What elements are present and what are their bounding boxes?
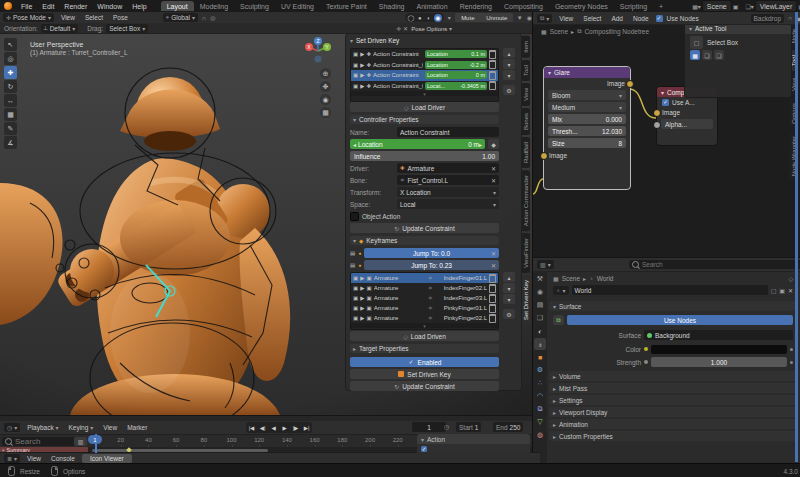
properties-tab-data[interactable]: ▽ xyxy=(534,416,546,428)
jump-to-start-button[interactable]: |◀ xyxy=(246,423,257,433)
rendered-shading-icon[interactable]: ◉ xyxy=(434,14,442,22)
location-value-chip[interactable]: Location0 m xyxy=(425,71,487,79)
transform-tool[interactable]: ▦ xyxy=(4,108,17,121)
close-icon[interactable]: ✕ xyxy=(491,250,496,257)
viewlayer-selector[interactable]: ViewLayer xyxy=(755,0,798,12)
clear-icon[interactable]: ✕ xyxy=(491,165,496,172)
menu-view[interactable]: View xyxy=(58,14,78,21)
delete-icon[interactable] xyxy=(489,314,496,323)
load-driven-button[interactable]: ◇Load Driven xyxy=(350,331,499,341)
surface-shader-field[interactable]: Background xyxy=(644,330,793,340)
set-driven-key-button[interactable]: Set Driven Key xyxy=(350,369,499,379)
use-nodes-checkbox[interactable] xyxy=(656,15,663,22)
current-frame-badge[interactable]: 1 xyxy=(88,435,102,444)
filter-icon[interactable]: ▥ xyxy=(74,437,87,446)
use-alpha-checkbox[interactable] xyxy=(662,99,669,106)
orientation-value-dropdown[interactable]: ⟂Default▾ xyxy=(41,24,79,33)
constraint-row[interactable]: ▣▶✚Action Constraint_flip...Locat...-0.3… xyxy=(351,81,498,92)
viewlayer-dropdown-icon[interactable]: ❏▾ xyxy=(745,3,753,10)
properties-tab-material[interactable]: ◍ xyxy=(534,429,546,441)
animate-dot-icon[interactable] xyxy=(790,348,793,351)
menu-select[interactable]: Select xyxy=(580,15,604,22)
menu-help[interactable]: Help xyxy=(127,2,151,11)
surface-section-header[interactable]: ▾Surface xyxy=(549,301,797,311)
workspace-tab-uv-editing[interactable]: UV Editing xyxy=(275,1,320,11)
fake-user-icon[interactable]: ▢ xyxy=(771,287,777,294)
next-keyframe-button[interactable]: |▶ xyxy=(290,423,301,433)
current-frame-field[interactable]: 1 xyxy=(412,422,446,432)
menu-view[interactable]: View xyxy=(100,424,120,431)
snap-magnet-icon[interactable]: ∩ xyxy=(202,15,206,21)
mute-button[interactable]: Mute xyxy=(455,13,481,22)
scene-new-icon[interactable]: ▣ xyxy=(733,3,739,10)
workspace-tab-shading[interactable]: Shading xyxy=(373,1,411,11)
sidebar-tab-set-driven-key[interactable]: Set Driven Key xyxy=(521,275,530,325)
play-button[interactable]: ▶ xyxy=(279,423,290,433)
move-down-button[interactable]: ▾ xyxy=(503,283,515,293)
rotate-tool[interactable]: ↻ xyxy=(4,80,17,93)
color-swatch[interactable] xyxy=(651,345,787,354)
sidebar-tab-action-commander[interactable]: Action Commander xyxy=(521,170,530,231)
search-input[interactable]: Search xyxy=(2,437,76,446)
previous-keyframe-button[interactable]: ◀| xyxy=(257,423,268,433)
measure-tool[interactable]: ∡ xyxy=(4,136,17,149)
clock-icon[interactable]: ◷ xyxy=(444,423,449,430)
filter-icon[interactable]: ▼ xyxy=(517,15,523,21)
target-properties-header[interactable]: ▸Target Properties xyxy=(350,344,499,353)
new-datablock-icon[interactable]: ▣ xyxy=(779,287,785,294)
filter-gear-icon[interactable]: ⚙ xyxy=(503,85,515,95)
menu-edit[interactable]: Edit xyxy=(37,2,59,11)
delete-icon[interactable] xyxy=(489,304,496,313)
location-value-chip[interactable]: Location0.1 m xyxy=(425,50,487,58)
properties-tab-tool[interactable]: ⚒ xyxy=(534,273,546,285)
menu-file[interactable]: File xyxy=(16,2,37,11)
panel-header[interactable]: ▾ Set Driven Key xyxy=(350,35,499,45)
menu-add[interactable]: Add xyxy=(608,15,626,22)
location-slider[interactable]: ◂Location 0 m▸ xyxy=(350,139,485,149)
pin-icon[interactable]: ◇ xyxy=(788,275,793,282)
editor-type-dropdown[interactable]: ⧉▾ xyxy=(537,14,552,23)
glare-node-header[interactable]: ▾Glare xyxy=(544,67,630,78)
driven-bone-row[interactable]: ▣▶▣Armature✧IndexFinger03.L xyxy=(351,293,498,303)
navigation-gizmo[interactable]: X Y Z xyxy=(303,36,333,66)
glare-type-dropdown[interactable]: Bloom▾ xyxy=(548,90,626,100)
properties-tab-object[interactable]: ■ xyxy=(534,351,546,363)
drag-value-dropdown[interactable]: Select Box▾ xyxy=(106,24,148,33)
menu-node[interactable]: Node xyxy=(630,15,652,22)
properties-tab-physics[interactable]: ◠ xyxy=(534,390,546,402)
section-custom-properties[interactable]: ▸Custom Properties xyxy=(549,431,797,441)
filter-gear-icon[interactable]: ⚙ xyxy=(503,309,515,319)
driver-bone-field[interactable]: ✧ Fist_Control.L✕ xyxy=(397,175,499,185)
world-name-field[interactable]: World xyxy=(572,285,768,295)
scene-selector[interactable]: Scene xyxy=(702,0,732,12)
delete-icon[interactable] xyxy=(489,284,496,293)
sidebar-tab-bones[interactable]: Bones xyxy=(521,108,530,135)
delete-icon[interactable] xyxy=(489,81,496,90)
space-dropdown[interactable]: Local▾ xyxy=(397,199,499,209)
editor-type-dropdown[interactable]: ◷▾ xyxy=(4,423,20,432)
keyframes-header[interactable]: ▾◆Keyframes xyxy=(350,236,499,245)
delete-icon[interactable] xyxy=(489,50,496,59)
move-up-button[interactable]: ▴ xyxy=(503,48,515,58)
name-field[interactable]: Action Constraint xyxy=(397,127,499,137)
jump-to-end-button[interactable]: ▶| xyxy=(301,423,312,433)
jump-to-button[interactable]: Jump To: 0.23✕ xyxy=(364,260,499,270)
composite-image-input-socket[interactable] xyxy=(653,109,661,117)
transform-dropdown[interactable]: X Location▾ xyxy=(397,187,499,197)
unlink-icon[interactable]: ✕ xyxy=(788,287,793,294)
section-viewport-display[interactable]: ▸Viewport Display xyxy=(549,407,797,417)
properties-tab-world[interactable]: ♁ xyxy=(534,338,546,350)
workspace-tab-layout[interactable]: Layout xyxy=(161,1,194,11)
constraint-row[interactable]: ▣▶✚Action ConstraintLocation0.1 m xyxy=(351,49,498,60)
blender-logo-icon[interactable] xyxy=(4,2,12,10)
constraint-row[interactable]: ▣▶✚Action Constraint_flip...Location-0.2… xyxy=(351,60,498,71)
move-tool[interactable]: ✚ xyxy=(4,66,17,79)
move-up-button[interactable]: ▴ xyxy=(503,272,515,282)
select-mode-new-icon[interactable]: ▦ xyxy=(690,50,700,60)
mix-field[interactable]: Mix0.000 xyxy=(548,114,626,124)
search-input[interactable]: Search xyxy=(629,260,800,269)
menu-view[interactable]: View xyxy=(556,15,576,22)
influence-slider[interactable]: Influence1.00 xyxy=(350,151,499,161)
editor-type-dropdown[interactable]: ▥▾ xyxy=(537,260,554,269)
mode-dropdown[interactable]: ✛Pose Mode▾ xyxy=(3,13,54,22)
